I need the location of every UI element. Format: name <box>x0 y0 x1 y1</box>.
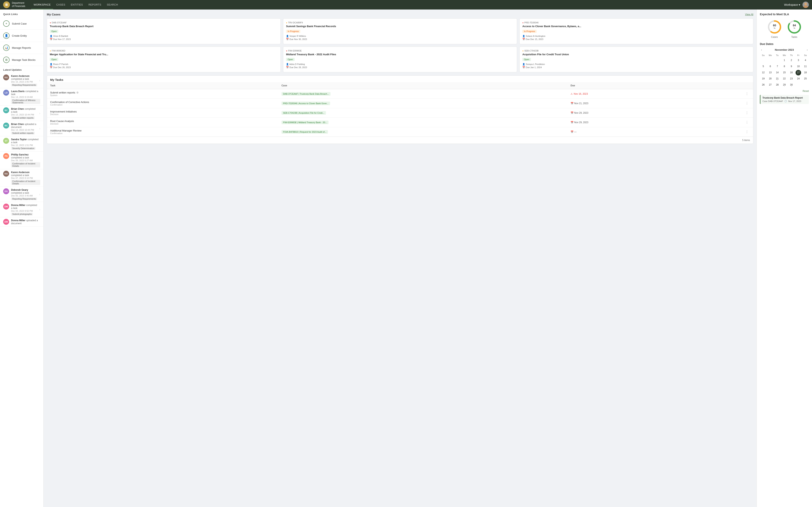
case-id: ● SEB-C70423B <box>522 50 750 52</box>
calendar-next[interactable]: › <box>806 48 809 52</box>
cal-day-29[interactable]: 29 <box>781 82 787 88</box>
cal-day-8[interactable]: 8 <box>781 64 787 69</box>
event-date-icon: 🕐 <box>784 100 787 102</box>
nav-cases[interactable]: CASES <box>54 0 68 9</box>
latest-update-item[interactable]: BC Brian Chen uploaded a document Dec 13… <box>0 121 43 136</box>
cal-day-14[interactable]: 14 <box>774 70 780 75</box>
workspace-dropdown[interactable]: Workspace ▾ <box>784 3 800 6</box>
cal-day-9[interactable]: 9 <box>789 64 794 69</box>
lu-content: Karen Anderson completed a task Dec 07, … <box>11 171 40 185</box>
calendar-reset-button[interactable]: Reset <box>803 90 809 93</box>
cal-day-18[interactable]: 18 <box>803 70 808 75</box>
task-menu[interactable]: ⋮ <box>744 120 750 124</box>
case-status: Open <box>50 58 58 61</box>
latest-update-item[interactable]: KA Karen Anderson completed a task Dec 1… <box>0 73 43 88</box>
user-avatar[interactable] <box>803 2 809 8</box>
case-id: ● PRD-7D28346 <box>522 21 750 24</box>
cal-day-23[interactable]: 23 <box>789 76 794 81</box>
case-card[interactable]: ● SEB-C70423B Acquisition File for Credi… <box>519 47 753 72</box>
cal-day-27[interactable]: 27 <box>768 82 773 88</box>
cal-day-12[interactable]: 12 <box>760 70 766 75</box>
task-menu[interactable]: ⋮ <box>744 92 750 96</box>
cal-day-13[interactable]: 13 <box>768 70 773 75</box>
quick-link-manage-reports[interactable]: 📊 Manage Reports <box>0 42 43 54</box>
cal-day-26[interactable]: 26 <box>760 82 766 88</box>
latest-update-item[interactable]: KA Karen Anderson completed a task Dec 0… <box>0 169 43 187</box>
svg-text:%: % <box>793 27 795 29</box>
cal-day-6[interactable]: 6 <box>768 64 773 69</box>
view-all-link[interactable]: View All <box>745 13 753 16</box>
cal-day-24[interactable]: 24 <box>796 76 801 81</box>
my-tasks-title: My Tasks <box>47 76 753 82</box>
cal-day-25[interactable]: 25 <box>803 76 808 81</box>
my-cases-title: My Cases <box>47 13 60 16</box>
case-card[interactable]: ● FIW-869636D Merger Application for Sta… <box>47 47 281 72</box>
task-case-col: DAB-37CEAAF | Trustcorp Bank Data Breach… <box>282 92 570 96</box>
nav-search[interactable]: SEARCH <box>104 0 120 9</box>
cal-day-16[interactable]: 16 <box>789 70 794 75</box>
lu-name: Brian Chen <box>11 123 24 125</box>
task-row[interactable]: Additional Manager Review Confirmation F… <box>47 127 753 137</box>
manage-reports-icon: 📊 <box>3 45 9 51</box>
lu-arrow: › <box>39 208 40 211</box>
latest-update-item[interactable]: BC Brian Chen completed a task Dec 13, 2… <box>0 106 43 121</box>
cal-day-30[interactable]: 30 <box>789 82 794 88</box>
case-title: Trustcorp Bank Data Breach Report <box>50 24 278 28</box>
latest-update-item[interactable]: ST Sandra Taylor completed a task Dec 12… <box>0 136 43 152</box>
latest-update-item[interactable]: DG Deborah Geary completed a task Dec 05… <box>0 187 43 202</box>
quick-links-title: Quick Links <box>0 13 43 18</box>
latest-update-item[interactable]: DM Donna Miller completed a task Dec 03,… <box>0 202 43 217</box>
cal-day-17[interactable]: 17 <box>796 70 801 75</box>
cal-day-15[interactable]: 15 <box>781 70 787 75</box>
quick-link-submit-case[interactable]: + Submit Case <box>0 18 43 30</box>
case-card[interactable]: ● FIW-E09983E Midland Treasury Bank - 20… <box>283 47 517 72</box>
quick-link-manage-task-blocks[interactable]: ⊞ Manage Task Blocks <box>0 54 43 66</box>
quick-link-create-entity[interactable]: 👤 Create Entity <box>0 30 43 42</box>
case-card[interactable]: ● TRV-DCAB9F9 Summit Savings Bank Financ… <box>283 18 517 44</box>
cal-day-2[interactable]: 2 <box>789 58 794 63</box>
case-card[interactable]: ● PRD-7D28346 Access to Clover Bank Gove… <box>519 18 753 44</box>
task-menu[interactable]: ⋮ <box>744 130 750 134</box>
latest-update-item[interactable]: PS Phillip Sanchez completed a task Dec … <box>0 152 43 169</box>
task-row[interactable]: Improvement Initiatives Decision SEB-C70… <box>47 108 753 118</box>
task-name-col: Additional Manager Review Confirmation <box>50 129 282 134</box>
calendar-reset-container: Reset <box>760 90 809 93</box>
latest-update-item[interactable]: LD Laura Davis completed a task Dec 14, … <box>0 88 43 106</box>
task-type: Confirmation <box>50 104 282 106</box>
case-due: 📅 Due Jan 1, 2024 <box>522 66 750 69</box>
cal-day-4[interactable]: 4 <box>803 58 808 63</box>
cal-day-7[interactable]: 7 <box>774 64 780 69</box>
cal-day-20[interactable]: 20 <box>768 76 773 81</box>
gear-icon[interactable]: ⚙ <box>76 91 79 94</box>
task-row[interactable]: Root Cause Analysis Decision FIW-E09983E… <box>47 118 753 127</box>
nav-right: Workspace ▾ <box>784 2 809 8</box>
lu-content: Donna Miller uploaded a document <box>11 219 40 225</box>
cal-day-3[interactable]: 3 <box>796 58 801 63</box>
task-menu[interactable]: ⋮ <box>744 111 750 115</box>
cal-day-11[interactable]: 11 <box>803 64 808 69</box>
calendar-prev[interactable]: ‹ <box>760 48 763 52</box>
nav-reports[interactable]: REPORTS <box>86 0 104 9</box>
cal-day-1[interactable]: 1 <box>781 58 787 63</box>
cal-day-5[interactable]: 5 <box>760 64 766 69</box>
task-type: Confirmation <box>50 132 282 134</box>
lu-content: Brian Chen completed a task Dec 13, 2023… <box>11 107 37 119</box>
cal-day-28[interactable]: 28 <box>774 82 780 88</box>
task-row[interactable]: Submit written reports ⚙ System DAB-37CE… <box>47 89 753 99</box>
lu-action: completed a task <box>11 78 29 80</box>
nav-entities[interactable]: ENTITIES <box>68 0 85 9</box>
lu-date: Dec 07, 2023 8:10 PM <box>11 177 40 179</box>
cal-day-22[interactable]: 22 <box>781 76 787 81</box>
latest-update-item[interactable]: DM Donna Miller uploaded a document <box>0 217 43 227</box>
case-card[interactable]: ● DAB-37CEAAF Trustcorp Bank Data Breach… <box>47 18 281 44</box>
calendar-event-card[interactable]: Trustcorp Bank Data Breach Report Case D… <box>760 95 809 104</box>
cal-day-21[interactable]: 21 <box>774 76 780 81</box>
task-row[interactable]: Confirmation of Corrective Actions Confi… <box>47 99 753 108</box>
nav-workspace[interactable]: WORKSPACE <box>31 0 53 9</box>
cal-day-10[interactable]: 10 <box>796 64 801 69</box>
task-menu[interactable]: ⋮ <box>744 101 750 105</box>
cal-day-header: Mo <box>767 53 773 57</box>
case-due: 📅 Due Nov 30, 2023 <box>286 38 514 41</box>
case-title: Merger Application for State Financial a… <box>50 53 278 56</box>
cal-day-19[interactable]: 19 <box>760 76 766 81</box>
